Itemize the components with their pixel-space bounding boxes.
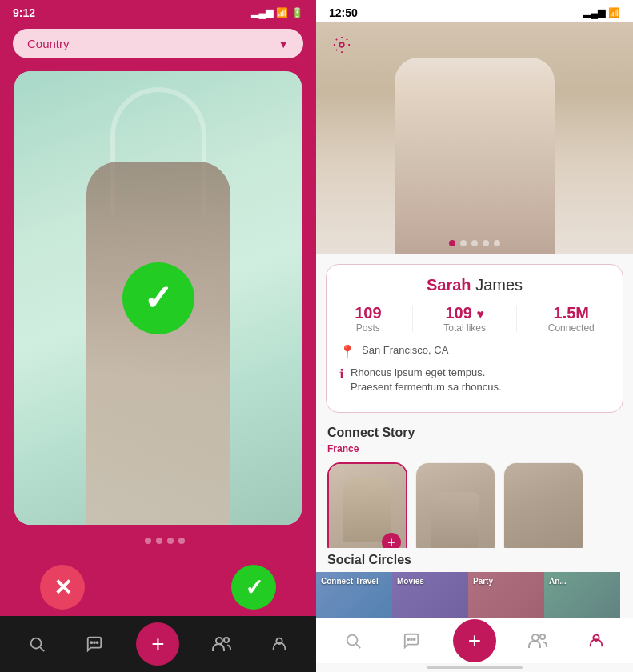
left-status-icons: ▂▄▆ 📶 🔋 — [251, 7, 303, 18]
stat-posts: 109 Posts — [355, 304, 381, 334]
likes-number: 109 — [445, 304, 471, 322]
posts-label: Posts — [355, 322, 381, 334]
card-dot-4 — [167, 538, 174, 544]
right-wifi-icon: 📶 — [608, 7, 620, 18]
left-status-bar: 9:12 ▂▄▆ 📶 🔋 — [0, 0, 316, 22]
battery-icon: 🔋 — [291, 7, 303, 18]
profile-person-silhouette — [395, 58, 555, 255]
right-status-icons: ▂▄▆ 📶 — [583, 7, 620, 18]
settings-button[interactable] — [327, 30, 356, 59]
right-nav-profile[interactable] — [580, 625, 612, 657]
dropdown-arrow-icon: ▼ — [278, 38, 289, 50]
svg-point-6 — [224, 638, 229, 642]
card-main: ✓ — [14, 71, 302, 525]
likes-value: 109 ♥ — [443, 304, 486, 322]
country-dropdown[interactable]: Country ▼ — [13, 29, 303, 58]
story-item-2[interactable] — [415, 462, 495, 548]
svg-point-9 — [347, 635, 358, 646]
svg-point-12 — [407, 638, 409, 640]
svg-line-1 — [40, 647, 44, 651]
svg-point-8 — [339, 42, 344, 47]
svg-point-2 — [94, 642, 95, 643]
plus-icon: + — [151, 633, 164, 655]
circle-party[interactable]: Party — [468, 572, 544, 618]
photo-dots — [316, 240, 633, 246]
svg-point-13 — [413, 638, 415, 640]
right-time: 12:50 — [329, 6, 358, 19]
photo-dot-1 — [449, 240, 455, 246]
signal-icon: ▂▄▆ — [251, 7, 273, 18]
story-person-silhouette-1 — [343, 478, 391, 542]
country-label: Country — [27, 37, 70, 50]
stat-divider-2 — [516, 306, 517, 332]
left-nav-search[interactable] — [21, 628, 53, 660]
reject-button[interactable]: ✕ — [40, 565, 85, 610]
accept-icon: ✓ — [245, 574, 263, 601]
svg-point-0 — [31, 638, 42, 649]
svg-point-3 — [91, 642, 93, 643]
profile-first-name: Sarah — [427, 276, 471, 294]
story-item-3[interactable] — [503, 462, 583, 548]
reject-icon: ✕ — [54, 574, 72, 601]
card-photo: ✓ — [14, 71, 302, 525]
stat-connected: 1.5M Connected — [548, 304, 595, 334]
right-nav-chat[interactable] — [395, 625, 427, 657]
card-dot-1 — [132, 538, 140, 546]
accept-button[interactable]: ✓ — [231, 565, 276, 610]
location-icon: 📍 — [339, 344, 355, 359]
story-add-button[interactable]: + — [382, 533, 401, 548]
right-nav-people[interactable] — [522, 625, 554, 657]
left-nav-chat[interactable] — [78, 628, 110, 660]
right-bottom-nav: + — [316, 618, 633, 663]
connected-value: 1.5M — [548, 304, 595, 322]
right-nav-search[interactable] — [337, 625, 369, 657]
svg-point-15 — [540, 634, 545, 639]
circle-movies[interactable]: Movies — [392, 572, 468, 618]
card-dots — [10, 538, 306, 546]
profile-photo-area — [316, 22, 633, 254]
info-icon: ℹ — [339, 366, 344, 382]
profile-last-name: James — [475, 276, 523, 294]
stories-row: + — [316, 459, 633, 548]
left-bottom-nav: + — [0, 616, 316, 672]
story-item-1[interactable]: + — [327, 462, 407, 548]
right-status-bar: 12:50 ▂▄▆ 📶 — [316, 0, 633, 22]
checkmark-overlay: ✓ — [122, 262, 194, 334]
card-dot-5 — [178, 538, 185, 544]
check-icon: ✓ — [143, 278, 173, 318]
photo-dot-3 — [471, 240, 478, 246]
bio-text: Rhoncus ipsum eget tempus.Praesent ferme… — [351, 366, 502, 394]
right-nav-plus-button[interactable]: + — [453, 619, 496, 662]
left-nav-profile[interactable] — [263, 628, 295, 660]
photo-dot-4 — [483, 240, 489, 246]
left-nav-people[interactable] — [206, 628, 238, 660]
left-time: 9:12 — [13, 6, 35, 19]
photo-dot-5 — [494, 240, 500, 246]
circle-party-label: Party — [473, 577, 493, 586]
circle-travel-label: Connect Travel — [321, 577, 379, 586]
home-indicator — [427, 666, 523, 669]
profile-header — [316, 22, 633, 254]
connect-story-subtitle: France — [316, 443, 633, 459]
stat-likes: 109 ♥ Total likes — [443, 304, 486, 334]
profile-info-card: Sarah James 109 Posts 109 ♥ Total likes … — [326, 264, 623, 413]
location-text: San Francisco, CA — [362, 343, 448, 358]
connected-label: Connected — [548, 322, 595, 334]
location-row: 📍 San Francisco, CA — [339, 343, 610, 359]
right-signal-icon: ▂▄▆ — [583, 7, 605, 18]
svg-point-14 — [532, 634, 539, 641]
svg-point-11 — [411, 638, 412, 640]
card-dot-2 — [145, 538, 151, 544]
svg-point-4 — [97, 642, 98, 643]
connect-story-title: Connect Story — [316, 419, 633, 443]
circle-other[interactable]: An... — [544, 572, 620, 618]
circle-travel[interactable]: Connect Travel — [316, 572, 392, 618]
svg-point-5 — [216, 638, 222, 644]
posts-value: 109 — [355, 304, 381, 322]
svg-line-10 — [356, 644, 360, 648]
left-panel: 9:12 ▂▄▆ 📶 🔋 Country ▼ ✓ — [0, 0, 316, 672]
left-nav-plus-button[interactable]: + — [136, 622, 179, 666]
circles-row: Connect Travel Movies Party An... — [316, 569, 633, 618]
photo-dot-2 — [460, 240, 467, 246]
stat-divider-1 — [412, 306, 413, 332]
